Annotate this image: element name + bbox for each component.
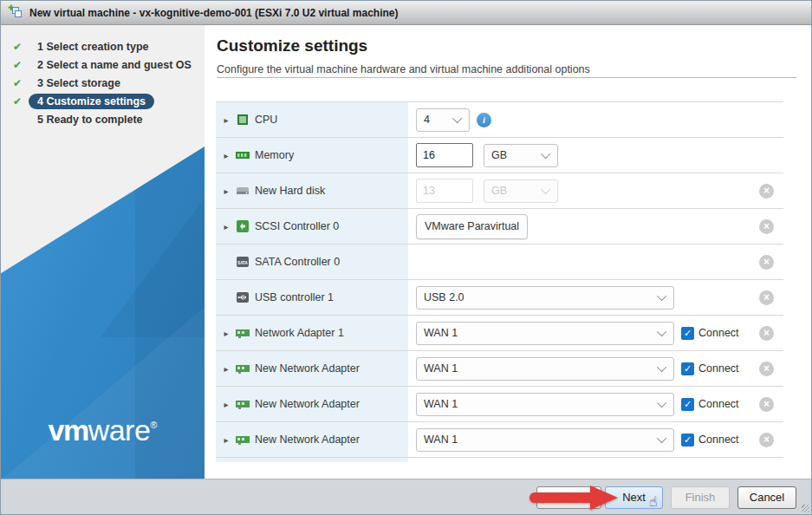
disk-unit-select: GB	[484, 179, 558, 203]
check-icon: ✔	[13, 59, 29, 71]
chevron-down-icon	[657, 362, 666, 372]
remove-icon[interactable]: ×	[759, 219, 774, 234]
chevron-down-icon	[657, 434, 666, 443]
connect-checkbox[interactable]: ✓	[681, 398, 694, 411]
wizard-steps: ✔ 1 Select creation type ✔ 2 Select a na…	[1, 25, 205, 128]
network-adapter-icon	[236, 434, 250, 446]
table-row-memory: ▸ Memory GB	[216, 138, 783, 173]
expand-arrow-icon[interactable]: ▸	[222, 115, 231, 125]
step-select-storage[interactable]: ✔ 3 Select storage	[13, 74, 205, 92]
chevron-down-icon	[452, 114, 462, 123]
titlebar: ✚ New virtual machine - vx-kognitive-dem…	[1, 1, 811, 25]
table-row-network-adapter: ▸ Network Adapter 1 WAN 1 ✓ Connect ×	[216, 316, 783, 351]
page-subtitle: Configure the virtual machine hardware a…	[217, 63, 797, 75]
new-vm-wizard-window: ✚ New virtual machine - vx-kognitive-dem…	[0, 0, 812, 515]
table-row-cpu: ▸ CPU 4 i	[216, 102, 783, 138]
row-label: New Network Adapter	[255, 434, 360, 446]
row-label: CPU	[255, 114, 277, 126]
usb-controller-icon	[236, 291, 250, 303]
connect-label: Connect	[698, 327, 739, 339]
expand-arrow-icon[interactable]: ▸	[222, 364, 231, 374]
memory-icon	[236, 149, 250, 161]
connect-label: Connect	[698, 434, 739, 446]
cpu-count-select[interactable]: 4	[416, 108, 470, 132]
cursor-hand-icon: ☝	[649, 493, 658, 510]
page-title: Customize settings	[217, 36, 797, 55]
expand-arrow-icon[interactable]: ▸	[222, 222, 231, 231]
remove-icon[interactable]: ×	[759, 326, 774, 341]
remove-icon[interactable]: ×	[759, 433, 774, 447]
wizard-sidebar: ✔ 1 Select creation type ✔ 2 Select a na…	[1, 25, 205, 480]
connect-checkbox[interactable]: ✓	[681, 362, 694, 375]
back-button[interactable]	[536, 486, 601, 509]
remove-icon[interactable]: ×	[759, 184, 774, 199]
step-select-name-guest-os[interactable]: ✔ 2 Select a name and guest OS	[13, 55, 205, 74]
step-ready-to-complete[interactable]: 5 Ready to complete	[13, 110, 205, 128]
chevron-down-icon	[657, 291, 666, 301]
expand-arrow-icon[interactable]: ▸	[222, 435, 231, 445]
network-adapter-icon	[236, 362, 250, 375]
expand-arrow-icon[interactable]: ▸	[222, 186, 231, 196]
chevron-down-icon	[657, 327, 666, 336]
header-divider	[217, 77, 796, 78]
scsi-type-combo[interactable]: VMware Paravirtual	[416, 214, 528, 239]
table-row-network-adapter: ▸ New Network Adapter WAN 1 ✓ Connect ×	[216, 387, 783, 422]
chevron-down-icon	[541, 185, 550, 194]
settings-table: ▸ CPU 4 i ▸	[216, 101, 783, 462]
table-row-hard-disk: ▸ New Hard disk GB ×	[216, 173, 783, 209]
cpu-icon	[236, 114, 250, 126]
info-icon[interactable]: i	[477, 113, 491, 127]
expand-arrow-icon[interactable]: ▸	[222, 329, 231, 338]
step-select-creation-type[interactable]: ✔ 1 Select creation type	[13, 37, 205, 55]
disk-size-input	[416, 179, 473, 203]
network-select[interactable]: WAN 1	[416, 393, 674, 416]
window-title: New virtual machine - vx-kognitive-demo-…	[29, 7, 398, 19]
table-row-network-adapter: ▸ New Network Adapter WAN 1 ✓ Connect ×	[216, 351, 783, 387]
connect-label: Connect	[698, 398, 739, 410]
remove-icon[interactable]: ×	[759, 255, 774, 270]
connect-checkbox[interactable]: ✓	[681, 327, 694, 340]
vmware-logo: vmware®	[1, 414, 205, 447]
finish-button: Finish	[671, 486, 730, 509]
row-label: Memory	[255, 149, 294, 161]
table-row-sata-controller: ▸ SATA SATA Controller 0 ×	[216, 244, 783, 280]
row-label: Network Adapter 1	[255, 327, 344, 339]
row-label: New Hard disk	[255, 185, 325, 197]
expand-arrow-icon[interactable]: ▸	[222, 151, 231, 160]
connect-checkbox[interactable]: ✓	[681, 434, 694, 447]
row-label: SATA Controller 0	[255, 256, 340, 268]
network-select[interactable]: WAN 1	[416, 428, 674, 452]
table-row-network-adapter: ▸ New Network Adapter WAN 1 ✓ Connect ×	[216, 422, 783, 458]
check-icon: ✔	[13, 41, 29, 53]
network-adapter-icon	[236, 398, 250, 410]
row-label: New Network Adapter	[255, 398, 360, 410]
remove-icon[interactable]: ×	[759, 397, 774, 412]
chevron-down-icon	[657, 398, 666, 407]
remove-icon[interactable]: ×	[759, 290, 774, 305]
memory-size-input[interactable]	[416, 143, 473, 167]
table-row-clipped	[216, 458, 783, 462]
sata-controller-icon: SATA	[236, 256, 250, 268]
remove-icon[interactable]: ×	[759, 362, 774, 376]
row-label: New Network Adapter	[255, 362, 360, 375]
chevron-down-icon	[541, 149, 550, 159]
connect-label: Connect	[698, 362, 739, 375]
row-label: SCSI Controller 0	[255, 220, 339, 232]
table-row-scsi-controller: ▸ SCSI Controller 0 VMware Paravirtual ×	[216, 209, 783, 244]
step-customize-settings[interactable]: ✔ 4 Customize settings	[13, 92, 205, 110]
memory-unit-select[interactable]: GB	[484, 144, 558, 167]
scsi-controller-icon	[236, 220, 250, 232]
hard-disk-icon	[236, 185, 250, 197]
new-vm-icon: ✚	[8, 5, 24, 20]
svg-text:SATA: SATA	[237, 261, 249, 265]
check-icon: ✔	[13, 77, 29, 89]
cancel-button[interactable]: Cancel	[737, 486, 796, 509]
expand-arrow-icon[interactable]: ▸	[222, 400, 231, 409]
usb-version-select[interactable]: USB 2.0	[416, 286, 674, 310]
main-panel: Customize settings Configure the virtual…	[205, 25, 811, 480]
network-select[interactable]: WAN 1	[416, 357, 674, 381]
network-select[interactable]: WAN 1	[416, 322, 674, 345]
footer-bar: Next Finish Cancel	[1, 479, 811, 514]
resize-grip[interactable]	[802, 505, 809, 512]
table-row-usb-controller: ▸ USB controller 1 USB 2.0 ×	[216, 280, 783, 316]
